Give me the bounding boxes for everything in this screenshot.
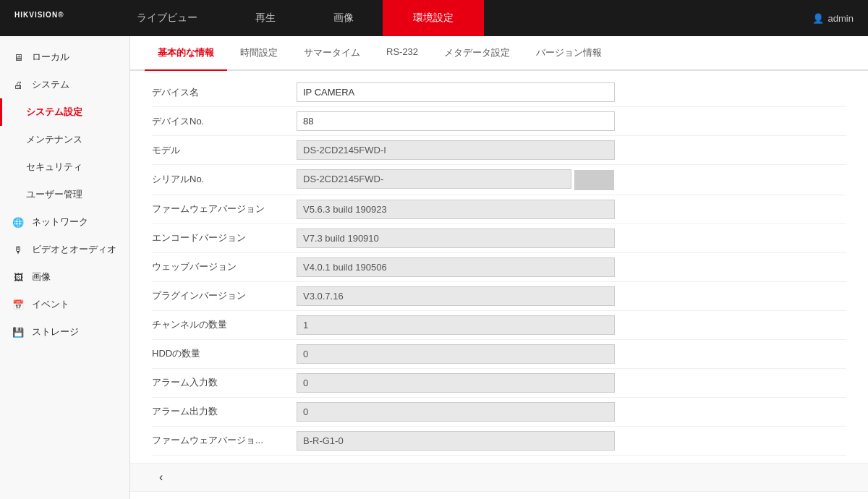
label-channel-count: チャンネルの数量	[152, 318, 297, 331]
nav-liveview[interactable]: ライブビュー	[108, 0, 226, 36]
content-area: 基本的な情報 時間設定 サマータイム RS-232 メタデータ設定 バージョン情…	[130, 36, 868, 499]
input-web-ver	[297, 257, 615, 277]
form-row-hdd-count: HDDの数量	[152, 340, 846, 369]
sidebar-label-system-settings: システム設定	[26, 106, 82, 119]
nav-image[interactable]: 画像	[305, 0, 383, 36]
label-encode-ver: エンコードバージョン	[152, 231, 297, 244]
main-layout: 🖥 ローカル 🖨 システム システム設定 メンテナンス セキュリティ ユーザー管…	[0, 36, 868, 499]
input-device-no[interactable]	[297, 111, 615, 131]
sidebar-label-event: イベント	[32, 298, 69, 311]
input-plugin-ver	[297, 286, 615, 306]
brand-trademark: ®	[58, 11, 64, 19]
form-row-firmware2: ファームウェアバージョ...	[152, 427, 846, 456]
value-hdd-count	[297, 344, 846, 364]
input-alarm-in	[297, 373, 615, 393]
tab-dst[interactable]: サマータイム	[291, 36, 373, 71]
form-row-device-no: デバイスNo.	[152, 107, 846, 136]
sidebar-item-picture[interactable]: 🖼 画像	[0, 263, 129, 291]
label-plugin-ver: プラグインバージョン	[152, 289, 297, 302]
sidebar-label-local: ローカル	[32, 51, 69, 64]
form-row-model: モデル	[152, 136, 846, 165]
tab-time-settings[interactable]: 時間設定	[227, 36, 291, 71]
tab-basic-info[interactable]: 基本的な情報	[145, 36, 227, 71]
sidebar-item-video-audio[interactable]: 🎙 ビデオとオーディオ	[0, 236, 129, 263]
label-alarm-in: アラーム入力数	[152, 376, 297, 389]
sidebar-item-security[interactable]: セキュリティ	[0, 153, 129, 181]
value-firmware	[297, 200, 846, 219]
value-model	[297, 140, 846, 160]
input-encode-ver	[297, 229, 615, 248]
value-plugin-ver	[297, 286, 846, 306]
tab-metadata[interactable]: メタデータ設定	[431, 36, 523, 71]
monitor-icon: 🖥	[12, 51, 25, 64]
input-alarm-out	[297, 402, 615, 422]
value-device-name	[297, 82, 846, 102]
input-hdd-count	[297, 344, 615, 364]
input-channel-count	[297, 315, 615, 335]
tab-bar: 基本的な情報 時間設定 サマータイム RS-232 メタデータ設定 バージョン情…	[130, 36, 868, 71]
label-alarm-out: アラーム出力数	[152, 405, 297, 418]
sidebar-label-picture: 画像	[32, 270, 51, 283]
input-serial	[297, 169, 571, 189]
footer: ©2019 Hikvision Digital Technology Co., …	[130, 491, 868, 499]
label-hdd-count: HDDの数量	[152, 347, 297, 360]
form-area: デバイス名 デバイスNo. モデル シリアルNo.	[130, 71, 868, 463]
label-serial: シリアルNo.	[152, 173, 297, 186]
form-row-web-ver: ウェッブバージョン	[152, 253, 846, 282]
label-web-ver: ウェッブバージョン	[152, 260, 297, 273]
network-icon: 🌐	[12, 216, 25, 229]
form-row-serial: シリアルNo.	[152, 165, 846, 195]
sidebar-item-event[interactable]: 📅 イベント	[0, 291, 129, 318]
form-row-device-name: デバイス名	[152, 78, 846, 107]
tab-version-info[interactable]: バージョン情報	[523, 36, 615, 71]
sidebar-label-system: システム	[32, 78, 69, 91]
sidebar-label-security: セキュリティ	[26, 161, 82, 174]
image-icon: 🖼	[12, 270, 25, 283]
value-encode-ver	[297, 229, 846, 248]
video-icon: 🎙	[12, 243, 25, 256]
nav-playback[interactable]: 再生	[226, 0, 305, 36]
tab-rs232[interactable]: RS-232	[373, 36, 431, 71]
scroll-left-icon[interactable]: ‹	[145, 466, 177, 488]
nav-settings[interactable]: 環境設定	[383, 0, 484, 36]
nav-user: 👤 admin	[812, 13, 854, 24]
label-firmware2: ファームウェアバージョ...	[152, 434, 297, 447]
value-alarm-in	[297, 373, 846, 393]
brand-name: HIKVISION	[14, 11, 58, 19]
value-serial	[297, 169, 846, 190]
form-row-plugin-ver: プラグインバージョン	[152, 282, 846, 311]
sidebar-label-network: ネットワーク	[32, 216, 88, 229]
username: admin	[828, 13, 854, 24]
input-device-name[interactable]	[297, 82, 615, 102]
sidebar-item-system[interactable]: 🖨 システム	[0, 71, 129, 98]
sidebar: 🖥 ローカル 🖨 システム システム設定 メンテナンス セキュリティ ユーザー管…	[0, 36, 130, 499]
label-device-name: デバイス名	[152, 86, 297, 99]
sidebar-item-storage[interactable]: 💾 ストレージ	[0, 318, 129, 346]
scroll-bar: ‹	[130, 463, 868, 491]
input-firmware2	[297, 431, 615, 451]
brand-logo: HIKVISION®	[14, 10, 64, 27]
label-device-no: デバイスNo.	[152, 115, 297, 128]
nav-items: ライブビュー 再生 画像 環境設定	[108, 0, 812, 36]
label-model: モデル	[152, 144, 297, 157]
input-firmware	[297, 200, 615, 219]
sidebar-item-user-mgmt[interactable]: ユーザー管理	[0, 181, 129, 208]
user-icon: 👤	[812, 13, 824, 24]
storage-icon: 💾	[12, 325, 25, 338]
system-icon: 🖨	[12, 78, 25, 91]
sidebar-item-maintenance[interactable]: メンテナンス	[0, 126, 129, 153]
event-icon: 📅	[12, 298, 25, 311]
value-alarm-out	[297, 402, 846, 422]
form-row-channel-count: チャンネルの数量	[152, 311, 846, 340]
value-device-no	[297, 111, 846, 131]
sidebar-item-network[interactable]: 🌐 ネットワーク	[0, 208, 129, 236]
sidebar-label-video-audio: ビデオとオーディオ	[32, 243, 116, 256]
sidebar-item-system-settings[interactable]: システム設定	[0, 98, 129, 126]
form-row-alarm-out: アラーム出力数	[152, 398, 846, 427]
form-row-encode-ver: エンコードバージョン	[152, 224, 846, 253]
form-row-firmware: ファームウェアバージョン	[152, 195, 846, 224]
sidebar-item-local[interactable]: 🖥 ローカル	[0, 43, 129, 71]
input-model	[297, 140, 615, 160]
sidebar-label-user-mgmt: ユーザー管理	[26, 188, 82, 201]
value-channel-count	[297, 315, 846, 335]
